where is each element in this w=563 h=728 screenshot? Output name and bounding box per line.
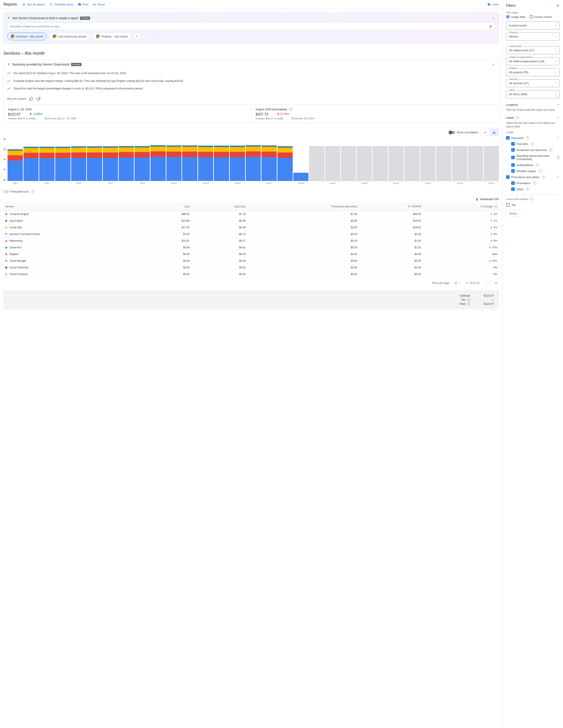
chart-bar[interactable] xyxy=(55,138,70,181)
usage-date-radio[interactable]: Usage date xyxy=(506,15,525,19)
line-view-button[interactable] xyxy=(481,129,490,136)
chart-bar[interactable] xyxy=(103,138,118,181)
chart-bar[interactable] xyxy=(198,138,213,181)
chart-bar-forecast[interactable] xyxy=(373,138,388,181)
chart-bar-forecast[interactable] xyxy=(357,138,372,181)
sustained-checkbox[interactable]: Sustained use discounts? xyxy=(511,147,560,153)
table-header[interactable]: Promotions and others xyxy=(247,203,359,211)
chart-bar[interactable] xyxy=(8,138,23,181)
rows-per-page-select[interactable]: 10 xyxy=(454,282,461,285)
chart-bar[interactable] xyxy=(230,138,245,181)
chart-bar[interactable] xyxy=(71,138,86,181)
chart-bar[interactable] xyxy=(150,138,166,181)
help-icon[interactable]: ? xyxy=(526,136,529,139)
table-row[interactable]: Security Command Center$3.05-$0.12$0.00$… xyxy=(3,231,499,238)
next-page-button[interactable] xyxy=(493,280,499,286)
table-row[interactable]: Networking$10.91-$9.27$0.00$1.646% xyxy=(3,238,499,244)
table-row[interactable]: Cloud Scheduler$0.00$0.00$0.00$0.000% xyxy=(3,264,499,271)
promotions-others-checkbox[interactable]: Promotions and others? xyxy=(506,174,560,180)
cumulative-toggle[interactable]: Show cumulative xyxy=(449,131,478,134)
subscriptions-checkbox[interactable]: Subscriptions? xyxy=(511,162,560,168)
collapse-button[interactable] xyxy=(491,16,495,20)
table-header[interactable]: Discounts xyxy=(191,203,247,211)
discounts-checkbox[interactable]: Discounts? xyxy=(506,135,560,141)
locations-expand[interactable]: Locations xyxy=(506,101,560,108)
chart-bar[interactable] xyxy=(39,138,55,181)
help-icon[interactable]: ? xyxy=(539,170,542,173)
help-icon[interactable]: ? xyxy=(526,188,529,191)
chart-bar-forecast[interactable] xyxy=(484,138,499,181)
chart-bar[interactable] xyxy=(277,138,293,181)
table-header[interactable]: Subtotal xyxy=(359,203,423,211)
chart-bar[interactable] xyxy=(261,138,277,181)
help-icon[interactable]: ? xyxy=(289,108,292,111)
subaccounts-select[interactable]: Subaccounts All subaccounts (27) xyxy=(506,46,560,54)
projects-select[interactable]: Projects All projects (55) xyxy=(506,68,560,76)
help-icon[interactable]: ? xyxy=(494,205,497,208)
chart-bar-forecast[interactable] xyxy=(389,138,404,181)
chips-next-button[interactable] xyxy=(133,33,140,40)
chip-projects-month[interactable]: Projects – this month xyxy=(92,33,131,40)
group-by-select[interactable]: Group by Service xyxy=(506,33,560,40)
chart-bar[interactable] xyxy=(214,138,229,181)
chart-bar-forecast[interactable] xyxy=(325,138,340,181)
table-row[interactable]: Cloud Storage$0.04$0.00$0.00$0.0420% xyxy=(3,258,499,264)
time-range-select[interactable]: Current month xyxy=(506,22,560,30)
chart-bar[interactable] xyxy=(119,138,134,181)
see-all-reports-link[interactable]: See all reports xyxy=(22,3,45,6)
help-icon[interactable]: ? xyxy=(542,176,545,179)
skus-select[interactable]: SKUs All SKUs (408) xyxy=(506,90,560,98)
table-row[interactable]: Support$0.59-$0.03$0.00$0.56New xyxy=(3,251,499,258)
chart-bar[interactable] xyxy=(294,138,309,181)
invoice-month-radio[interactable]: Invoice month xyxy=(530,15,552,19)
help-icon[interactable]: ? xyxy=(31,190,34,193)
chart-bar-forecast[interactable] xyxy=(341,138,356,181)
reset-button[interactable]: Reset xyxy=(506,210,520,217)
table-header[interactable]: % Change ? xyxy=(423,203,499,211)
prev-page-button[interactable] xyxy=(484,280,489,286)
chart-bar[interactable] xyxy=(87,138,102,181)
spending-checkbox[interactable]: Spending based discounts (contractual)? xyxy=(511,153,560,162)
other-checkbox[interactable]: Other? xyxy=(511,186,560,192)
table-row[interactable]: Cloud SQL$17.50-$0.88$0.00$16.624% xyxy=(3,224,499,231)
table-row[interactable]: Cloud Functions$0.00$0.00$0.00$0.000% xyxy=(3,271,499,278)
help-icon[interactable]: ? xyxy=(531,142,534,145)
reseller-checkbox[interactable]: Reseller margin? xyxy=(511,168,560,174)
chart-bar[interactable] xyxy=(166,138,182,181)
labels-expand[interactable]: Labels? xyxy=(506,114,560,121)
summary-collapse-button[interactable] xyxy=(491,62,495,66)
learn-link[interactable]: Learn xyxy=(487,3,499,6)
folders-select[interactable]: Folders & Organizations All folders/orga… xyxy=(506,57,560,65)
help-icon[interactable]: ? xyxy=(536,163,539,166)
chart-bar-forecast[interactable] xyxy=(309,138,325,181)
share-link[interactable]: Share xyxy=(93,3,105,6)
table-header[interactable]: Service xyxy=(3,203,148,211)
print-link[interactable]: Print xyxy=(78,3,88,6)
help-icon[interactable]: ? xyxy=(467,302,470,305)
bar-view-button[interactable] xyxy=(490,129,499,136)
thumbs-down-button[interactable] xyxy=(36,97,40,101)
chart-bar[interactable] xyxy=(246,138,261,181)
promotions-checkbox[interactable]: Promotions? xyxy=(511,180,560,186)
thumbs-up-button[interactable] xyxy=(29,97,34,101)
free-tiers-checkbox[interactable]: Free tiers? xyxy=(511,141,560,147)
tax-checkbox[interactable]: Tax xyxy=(506,202,560,208)
chip-services-month[interactable]: Services – this month xyxy=(7,33,47,40)
help-icon[interactable]: ? xyxy=(533,182,536,185)
chart-bar-forecast[interactable] xyxy=(436,138,451,181)
chart-bar-forecast[interactable] xyxy=(452,138,467,181)
help-icon[interactable]: ? xyxy=(557,156,560,159)
services-select[interactable]: Services All services (47) xyxy=(506,79,560,87)
help-icon[interactable]: ? xyxy=(516,116,519,119)
download-csv-button[interactable]: Download CSV xyxy=(475,198,499,201)
table-row[interactable]: Cloud Run$5.94-$4.91$0.00$1.0276% xyxy=(3,244,499,251)
chart-bar[interactable] xyxy=(182,138,197,181)
help-icon[interactable]: ? xyxy=(467,298,470,301)
table-header[interactable]: Cost xyxy=(148,203,191,211)
chart-bar-forecast[interactable] xyxy=(468,138,483,181)
chart-bar-forecast[interactable] xyxy=(404,138,420,181)
chart-bar[interactable] xyxy=(23,138,39,181)
table-row[interactable]: App Engine$19.60-$0.98$0.00$18.621% xyxy=(3,218,499,224)
chart-bar-forecast[interactable] xyxy=(420,138,436,181)
chip-last-invoice[interactable]: Last invoice by service xyxy=(49,33,90,40)
